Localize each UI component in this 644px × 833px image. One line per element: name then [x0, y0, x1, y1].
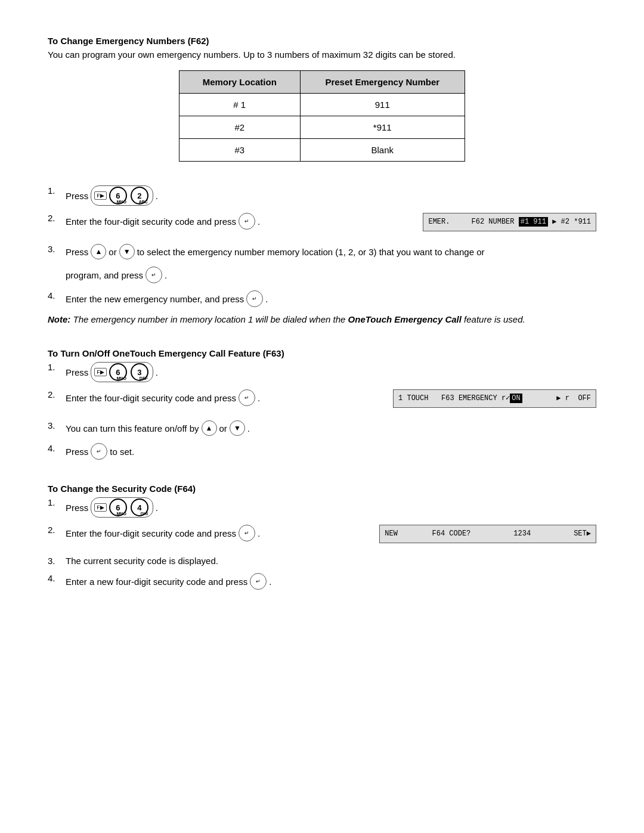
step-content: Enter the four-digit security code and p…: [66, 213, 411, 230]
key-6-wrapper: 6MNO: [108, 363, 128, 381]
step-content: Press ↵ to set.: [66, 443, 596, 460]
f62-step4: 4. Enter the new emergency number, and p…: [48, 290, 596, 307]
step-right: NEW F64 CODE? 1234 SET▶: [379, 525, 596, 543]
lcd-line1: EMER. F62: [428, 218, 484, 226]
step-period: .: [258, 528, 260, 538]
key-combo-f63-1: F▶ 6MNO 3DEF: [91, 362, 153, 382]
enter-button: ↵: [239, 213, 255, 230]
f62-section: To Change Emergency Numbers (F62) You ca…: [48, 36, 596, 324]
emergency-numbers-table: Memory Location Preset Emergency Number …: [179, 70, 465, 162]
step-text: Press: [66, 367, 88, 377]
step-number: 4.: [48, 573, 66, 583]
lcd-on-inverted: ON: [510, 394, 522, 403]
key-3-wrapper: 3DEF: [129, 363, 150, 381]
step-right: EMER. F62 NUMBER #1 911 ▶ #2 *911: [423, 213, 596, 231]
step-text2: to select the emergency number memory lo…: [137, 247, 485, 257]
enter-button: ↵: [250, 573, 267, 590]
f64-step3: 3. The current security code is displaye…: [48, 556, 596, 566]
up-arrow-button: ▲: [91, 244, 106, 259]
step-period: .: [247, 423, 250, 433]
step-text: Press: [66, 503, 88, 513]
lcd-line3: #1 911 ▶: [519, 217, 557, 227]
sub-step-period: .: [165, 270, 167, 280]
step-period: .: [156, 191, 158, 201]
step-content: Press F▶ 6MNO 2ABC .: [66, 185, 596, 206]
key-6-wrapper: 6MNO: [108, 187, 128, 205]
step-inner: 2. Enter the four-digit security code an…: [48, 389, 381, 406]
enter-button: ↵: [145, 267, 162, 283]
step-number: 4.: [48, 443, 66, 453]
key-6: 6MNO: [109, 498, 127, 516]
enter-icon: ↵: [252, 296, 257, 302]
step-number: 2.: [48, 525, 66, 535]
enter-button: ↵: [246, 290, 263, 307]
key-combo-f62-1: F▶ 6MNO 2ABC: [91, 185, 153, 206]
step-content: The current security code is displayed.: [66, 556, 596, 566]
key-6: 6MNO: [109, 187, 127, 205]
step-text: Enter a new four-digit security code and…: [66, 577, 247, 587]
note-text-before: The emergency number in memory location …: [73, 314, 348, 324]
down-arrow-button: ▼: [119, 244, 135, 259]
f64-step1: 1. Press F▶ 6MNO 4GHI .: [48, 497, 596, 518]
step-period: .: [156, 367, 158, 377]
enter-icon: ↵: [151, 272, 156, 278]
step-right: 1 TOUCH F63 EMERGENCY r✓ON ▶ r OFF: [393, 389, 596, 408]
step-number: 4.: [48, 290, 66, 301]
key-4-wrapper: 4GHI: [129, 498, 150, 516]
fn-key: F▶: [94, 503, 107, 512]
key-3: 3DEF: [131, 363, 148, 381]
key-4: 4GHI: [131, 498, 148, 516]
note-bold-text: OneTouch Emergency Call: [348, 314, 462, 324]
lcd-line1: 1 TOUCH F63: [398, 394, 454, 402]
step-text: Press: [66, 447, 88, 457]
step-left: 2. Enter the four-digit security code an…: [48, 525, 367, 549]
key-2-wrapper: 2ABC: [129, 187, 150, 205]
lcd-line2: EMERGENCY: [459, 394, 497, 402]
step-number: 2.: [48, 389, 66, 400]
enter-icon: ↵: [244, 218, 249, 224]
table-cell-num1: 911: [300, 94, 465, 116]
fn-key: F▶: [94, 191, 107, 200]
step-period: .: [265, 294, 268, 304]
lcd-display-f63: 1 TOUCH F63 EMERGENCY r✓ON ▶ r OFF: [393, 389, 596, 408]
step-text: Press: [66, 247, 88, 257]
step-inner: 2. Enter the four-digit security code an…: [48, 525, 367, 541]
step-inner: 2. Enter the four-digit security code an…: [48, 213, 411, 230]
step-number: 1.: [48, 362, 66, 372]
table-cell-loc2: #2: [179, 116, 301, 139]
f63-step1: 1. Press F▶ 6MNO 3DEF .: [48, 362, 596, 382]
enter-icon: ↵: [256, 578, 261, 584]
step-content: Enter the four-digit security code and p…: [66, 389, 381, 406]
f63-step4: 4. Press ↵ to set.: [48, 443, 596, 460]
sub-step-text: program, and press: [66, 270, 143, 280]
down-arrow-button: ▼: [230, 420, 245, 436]
lcd-line2: CODE?: [449, 529, 470, 538]
f62-desc: You can program your own emergency numbe…: [48, 49, 596, 60]
table-row: # 1 911: [179, 94, 465, 116]
f62-step2: 2. Enter the four-digit security code an…: [48, 213, 596, 237]
step-number: 3.: [48, 420, 66, 431]
lcd-display-f62: EMER. F62 NUMBER #1 911 ▶ #2 *911: [423, 213, 596, 231]
step-text2: to set.: [110, 447, 134, 457]
f62-step1: 1. Press F▶ 6MNO 2ABC .: [48, 185, 596, 206]
f62-note: Note: The emergency number in memory loc…: [48, 314, 596, 324]
step-number: 3.: [48, 556, 66, 566]
table-cell-num3: Blank: [300, 139, 465, 162]
step-number: 3.: [48, 244, 66, 254]
step-text: You can turn this feature on/off by: [66, 423, 199, 433]
step-text: The current security code is displayed.: [66, 556, 218, 566]
step-number: 2.: [48, 213, 66, 223]
enter-button: ↵: [239, 389, 255, 406]
table-row: #2 *911: [179, 116, 465, 139]
lcd-line3: r✓ON ▶: [501, 394, 561, 403]
step-content: Enter a new four-digit security code and…: [66, 573, 596, 590]
lcd-display-f64: NEW F64 CODE? 1234 SET▶: [379, 525, 596, 543]
lcd-line3-inverted: #1 911: [519, 217, 548, 227]
step-content: Enter the new emergency number, and pres…: [66, 290, 596, 307]
f62-step3: 3. Press ▲ or ▼ to select the emergency …: [48, 244, 596, 259]
f64-step2: 2. Enter the four-digit security code an…: [48, 525, 596, 549]
table-row: #3 Blank: [179, 139, 465, 162]
note-label: Note:: [48, 314, 70, 324]
f62-sub-step: program, and press ↵ .: [66, 267, 596, 283]
f64-section: To Change the Security Code (F64) 1. Pre…: [48, 484, 596, 590]
